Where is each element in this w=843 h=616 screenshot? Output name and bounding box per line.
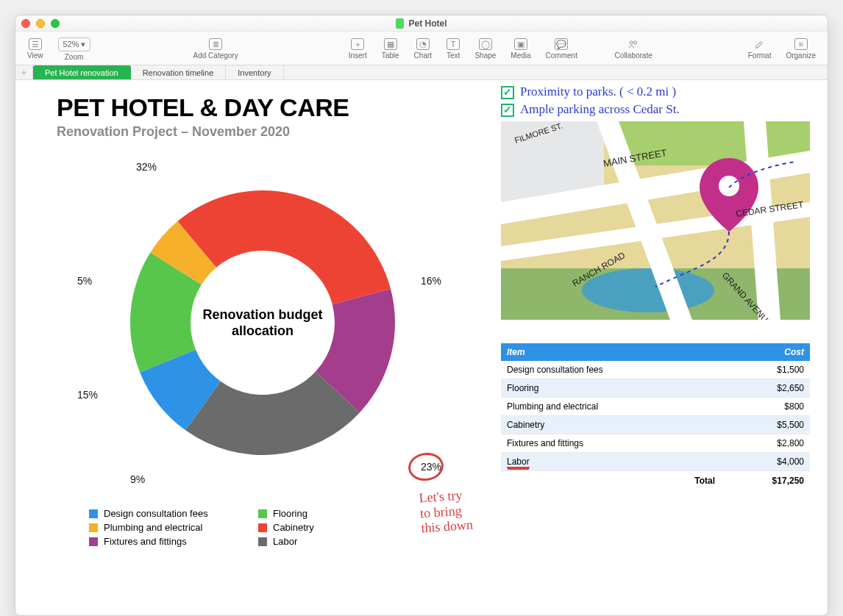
spreadsheet-canvas[interactable]: PET HOTEL & DAY CARE Renovation Project … <box>15 80 828 615</box>
comment-icon: 💬 <box>556 40 566 49</box>
media-label: Media <box>511 51 530 60</box>
minimize-window-button[interactable] <box>36 19 45 28</box>
zoom-label: Zoom <box>65 53 84 61</box>
cell-cost: $800 <box>721 398 810 416</box>
table-button[interactable]: ▦ Table <box>374 35 407 61</box>
cell-cost: $1,500 <box>721 361 810 379</box>
chevron-down-icon: ▾ <box>81 40 85 49</box>
annotation-check-1-text: Proximity to parks. ( < 0.2 mi ) <box>520 85 676 99</box>
shape-icon: ◯ <box>481 40 490 49</box>
cell-item: Plumbing and electrical <box>501 398 721 416</box>
annotation-check-1: ✓Proximity to parks. ( < 0.2 mi ) <box>501 85 676 99</box>
legend-label: Plumbing and electrical <box>104 522 202 533</box>
legend-item: Labor <box>258 536 391 547</box>
table-row[interactable]: Design consultation fees$1,500 <box>501 361 810 379</box>
media-icon: ▣ <box>517 40 524 49</box>
comment-label: Comment <box>546 51 577 60</box>
annotation-check-2: ✓Ample parking across Cedar St. <box>501 102 680 117</box>
legend-swatch <box>89 509 98 518</box>
legend-item: Design consultation fees <box>89 508 251 519</box>
legend-item: Flooring <box>258 508 391 519</box>
cell-cost: $5,500 <box>721 416 810 434</box>
legend-swatch <box>89 523 98 532</box>
table-label: Table <box>382 51 399 60</box>
organize-button[interactable]: ≡ Organize <box>778 35 823 61</box>
annotation-red-note: Let's try to bring this down <box>419 487 474 537</box>
cost-table[interactable]: Item Cost Design consultation fees$1,500… <box>501 343 810 490</box>
cell-item: Cabinetry <box>501 416 721 434</box>
text-button[interactable]: T Text <box>439 35 467 61</box>
plus-icon: ＋ <box>354 39 362 50</box>
list-icon: ≣ <box>213 40 219 49</box>
app-window: Pet Hotel ☰ View 52%▾ Zoom ≣ Add Categor… <box>15 15 828 616</box>
cell-cost: $2,800 <box>721 434 810 453</box>
pct-flooring: 15% <box>77 389 98 401</box>
col-cost: Cost <box>721 343 810 361</box>
add-sheet-button[interactable]: ＋ <box>15 65 33 79</box>
svg-point-1 <box>634 41 637 44</box>
add-category-label: Add Category <box>193 51 238 60</box>
collaborate-label: Collaborate <box>615 51 652 60</box>
collaborate-icon <box>627 38 640 50</box>
legend-swatch <box>89 537 98 546</box>
total-label: Total <box>501 471 721 491</box>
shape-button[interactable]: ◯ Shape <box>467 35 503 61</box>
legend-label: Flooring <box>273 508 307 519</box>
collaborate-button[interactable]: Collaborate <box>608 35 660 61</box>
zoom-window-button[interactable] <box>51 19 60 28</box>
col-item: Item <box>501 343 721 361</box>
organize-icon: ≡ <box>798 40 803 49</box>
legend-label: Labor <box>273 536 297 547</box>
pct-design: 9% <box>130 473 145 485</box>
insert-button[interactable]: ＋ Insert <box>341 35 374 61</box>
zoom-value: 52% <box>63 40 79 49</box>
rows-icon: ☰ <box>32 40 39 49</box>
total-value: $17,250 <box>721 471 810 491</box>
table-total-row: Total $17,250 <box>501 471 810 491</box>
map-illustration: FILMORE ST. MAIN STREET CEDAR STREET RAN… <box>501 121 810 320</box>
insert-label: Insert <box>349 51 367 60</box>
sheet-tab[interactable]: Pet Hotel renovation <box>33 65 131 79</box>
view-label: View <box>27 51 43 60</box>
titlebar: Pet Hotel <box>15 15 828 32</box>
view-button[interactable]: ☰ View <box>20 35 51 62</box>
table-row[interactable]: Cabinetry$5,500 <box>501 416 810 434</box>
svg-point-4 <box>582 268 714 312</box>
comment-button[interactable]: 💬 Comment <box>538 35 585 61</box>
sheet-tabs: ＋ Pet Hotel renovationRenovation timelin… <box>15 65 828 80</box>
window-title: Pet Hotel <box>408 18 447 29</box>
cell-item: Design consultation fees <box>501 361 721 379</box>
text-icon: T <box>451 40 456 49</box>
legend-label: Fixtures and fittings <box>104 536 187 547</box>
close-window-button[interactable] <box>21 19 30 28</box>
sheet-tab[interactable]: Inventory <box>226 65 283 79</box>
cell-cost: $4,000 <box>721 453 810 471</box>
annotation-check-2-text: Ample parking across Cedar St. <box>520 102 680 116</box>
table-row[interactable]: Plumbing and electrical$800 <box>501 398 810 416</box>
format-label: Format <box>748 51 772 60</box>
legend-swatch <box>258 537 267 546</box>
shape-label: Shape <box>474 51 496 60</box>
donut-chart[interactable]: Renovation budget allocation 32% 5% 15% … <box>57 146 469 499</box>
donut-slice <box>177 190 391 304</box>
table-row[interactable]: Flooring$2,650 <box>501 379 810 398</box>
legend-item: Cabinetry <box>258 522 391 533</box>
legend-item: Fixtures and fittings <box>89 536 251 547</box>
legend-label: Design consultation fees <box>104 508 208 519</box>
chart-button[interactable]: ◔ Chart <box>407 35 439 61</box>
sheet-tab[interactable]: Renovation timeline <box>131 65 227 79</box>
donut-svg <box>57 146 469 499</box>
zoom-control[interactable]: 52%▾ Zoom <box>51 35 98 62</box>
table-row[interactable]: Labor$4,000 <box>501 453 810 471</box>
media-button[interactable]: ▣ Media <box>503 35 538 61</box>
pct-fixtures: 16% <box>421 275 441 287</box>
table-row[interactable]: Fixtures and fittings$2,800 <box>501 434 810 453</box>
document-icon <box>396 18 404 29</box>
legend-item: Plumbing and electrical <box>89 522 251 533</box>
chart-label: Chart <box>414 51 432 60</box>
cell-item: Labor <box>501 453 721 471</box>
table-header-row: Item Cost <box>501 343 810 361</box>
checkmark-icon: ✓ <box>501 104 514 117</box>
format-button[interactable]: Format <box>741 35 779 61</box>
add-category-button[interactable]: ≣ Add Category <box>186 35 246 61</box>
